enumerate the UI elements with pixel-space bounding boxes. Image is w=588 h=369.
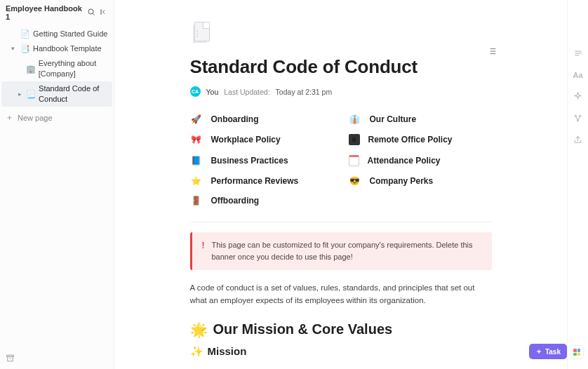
page-type-icon: 📄	[20, 29, 29, 39]
chevron-icon[interactable]: ▾	[11, 43, 17, 54]
banner-text: This page can be customized to fit your …	[212, 239, 482, 263]
sidebar-item[interactable]: 🏢Everything about [Company]	[1, 56, 112, 81]
task-button-label: Task	[545, 348, 561, 356]
apps-button[interactable]	[570, 345, 584, 359]
main-content: Standard Code of Conduct CA You Last Upd…	[114, 0, 567, 369]
sidebar-item-label: Getting Started Guide	[33, 29, 107, 39]
section-emoji-icon: 🚀	[190, 114, 203, 124]
sections-grid: 🚀Onboarding👔Our Culture🎀Workplace Policy…	[190, 112, 492, 208]
page-tree: 📄Getting Started Guide▾📑Handbook Templat…	[0, 25, 114, 108]
new-task-button[interactable]: ＋ Task	[529, 344, 567, 359]
page-type-icon: 🏢	[26, 64, 35, 74]
svg-point-12	[575, 115, 576, 116]
sparkles-icon: ✨	[190, 345, 203, 358]
section-link[interactable]: 🖥Remote Office Policy	[349, 132, 492, 147]
section-label: Company Perks	[370, 176, 434, 186]
settings-icon[interactable]	[573, 48, 583, 58]
table-of-contents-icon[interactable]	[487, 46, 497, 58]
section-label: Business Practices	[211, 156, 288, 166]
page-icon[interactable]	[190, 20, 214, 43]
section-label: Performance Reviews	[211, 176, 299, 186]
new-page-label: New page	[18, 114, 53, 122]
sidebar-item[interactable]: ▾📑Handbook Template	[1, 41, 112, 56]
warning-icon: !	[202, 239, 205, 263]
section-link[interactable]: ⭐Performance Reviews	[190, 174, 333, 188]
section-link[interactable]: 📘Business Practices	[190, 153, 333, 168]
section-emoji-icon: 🚪	[190, 196, 203, 206]
section-label: Our Culture	[370, 114, 417, 124]
section-emoji-icon: 🎀	[190, 135, 203, 145]
section-label: Attendance Policy	[368, 156, 441, 166]
search-icon[interactable]	[87, 8, 95, 18]
section-emoji-icon: ⭐	[190, 176, 203, 186]
page-type-icon: 📑	[20, 43, 29, 54]
heading-mission-values[interactable]: 🌟 Our Mission & Core Values	[190, 321, 492, 338]
info-banner[interactable]: ! This page can be customized to fit you…	[190, 232, 492, 270]
svg-point-14	[577, 120, 578, 121]
sidebar-item-label: Standard Code of Conduct	[39, 83, 108, 105]
share-icon[interactable]	[573, 135, 583, 145]
author-label: You	[206, 88, 219, 96]
intro-paragraph[interactable]: A code of conduct is a set of values, ru…	[190, 281, 492, 307]
section-emoji-icon: 👔	[349, 114, 361, 124]
svg-point-13	[580, 115, 581, 116]
plus-icon: ＋	[535, 347, 542, 356]
sidebar-item-label: Handbook Template	[33, 43, 102, 54]
svg-line-1	[93, 13, 94, 15]
section-label: Offboarding	[211, 196, 260, 206]
sidebar-item-label: Everything about [Company]	[39, 58, 108, 79]
section-link[interactable]: 😎Company Perks	[349, 174, 492, 188]
relationships-icon[interactable]	[573, 113, 583, 123]
section-link[interactable]: 🚪Offboarding	[190, 194, 333, 208]
section-link[interactable]: 🎀Workplace Policy	[190, 132, 333, 147]
heading2-text: Our Mission & Core Values	[213, 321, 393, 337]
collapse-sidebar-icon[interactable]	[100, 8, 108, 18]
monitor-icon: 🖥	[349, 134, 360, 145]
typography-icon[interactable]: Aa	[573, 69, 583, 80]
calendar-icon	[349, 155, 359, 166]
workspace-title[interactable]: Employee Handbook 1	[6, 4, 87, 21]
right-rail: Aa	[567, 0, 588, 369]
section-label: Onboarding	[211, 114, 259, 124]
last-updated-value: Today at 2:31 pm	[276, 88, 333, 96]
section-label: Workplace Policy	[211, 135, 281, 145]
sparkle-icon: 🌟	[190, 321, 208, 338]
chevron-icon[interactable]: ▸	[18, 89, 22, 100]
section-link[interactable]: 👔Our Culture	[349, 112, 492, 126]
section-emoji-icon: 😎	[349, 176, 361, 186]
sidebar-item[interactable]: 📄Getting Started Guide	[1, 27, 112, 41]
page-title[interactable]: Standard Code of Conduct	[190, 56, 492, 78]
section-label: Remote Office Policy	[368, 135, 453, 145]
author-avatar[interactable]: CA	[190, 86, 201, 97]
section-link[interactable]: 🚀Onboarding	[190, 112, 333, 126]
subheading-mission[interactable]: ✨ Mission	[190, 345, 492, 358]
sidebar-item[interactable]: ▸📃Standard Code of Conduct	[1, 81, 112, 107]
new-page-button[interactable]: ＋ New page	[0, 109, 114, 126]
svg-point-0	[88, 9, 93, 14]
plus-icon: ＋	[6, 112, 13, 123]
sidebar: Employee Handbook 1 📄Getting Started Gui…	[0, 0, 114, 369]
last-updated-label: Last Updated:	[224, 88, 269, 96]
archive-icon[interactable]	[6, 354, 15, 365]
sidebar-header: Employee Handbook 1	[0, 0, 114, 25]
section-link[interactable]: Attendance Policy	[349, 153, 492, 168]
divider	[190, 222, 492, 222]
ai-icon[interactable]	[573, 91, 583, 102]
page-type-icon: 📃	[26, 89, 35, 100]
section-emoji-icon: 📘	[190, 156, 203, 166]
heading3-text: Mission	[208, 345, 247, 357]
page-meta: CA You Last Updated: Today at 2:31 pm	[190, 86, 492, 97]
